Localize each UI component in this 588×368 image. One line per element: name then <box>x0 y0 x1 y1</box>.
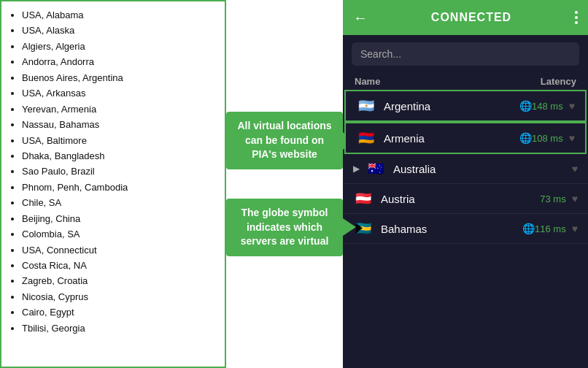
list-item: Algiers, Algeria <box>22 39 216 54</box>
virtual-icon: 🌐 <box>519 132 532 144</box>
flag-icon: 🇦🇲 <box>356 131 376 145</box>
latency-value: 108 ms <box>532 133 563 144</box>
list-item: Cairo, Egypt <box>22 304 216 320</box>
flag-icon: 🇧🇸 <box>353 221 374 236</box>
list-item: USA, Connecticut <box>22 242 216 258</box>
list-item: Buenos Aires, Argentina <box>22 70 216 85</box>
list-item: Yerevan, Armenia <box>22 101 216 117</box>
expand-arrow: ▶ <box>353 164 360 174</box>
list-item: USA, Alabama <box>22 7 216 23</box>
latency-column-header: Latency <box>541 76 576 87</box>
list-item: USA, Alaska <box>22 23 216 38</box>
list-header: Name Latency <box>343 73 588 90</box>
server-item[interactable]: 🇧🇸Bahamas🌐116 ms♥ <box>343 214 588 244</box>
favorite-icon[interactable]: ♥ <box>569 132 575 144</box>
location-list-panel: USA, AlabamaUSA, AlaskaAlgiers, AlgeriaA… <box>0 0 226 368</box>
annotation-virtual-locations: All virtual locations can be found on PI… <box>226 112 343 169</box>
top-bar: ← CONNECTED <box>343 0 588 35</box>
list-item: Colombia, SA <box>22 226 216 242</box>
virtual-icon: 🌐 <box>519 100 532 112</box>
server-name: Bahamas <box>381 223 518 235</box>
annotations-panel: All virtual locations can be found on PI… <box>226 0 343 368</box>
list-item: Sao Paulo, Brazil <box>22 164 216 179</box>
latency-value: 148 ms <box>532 101 563 112</box>
list-item: Andorra, Andorra <box>22 54 216 69</box>
server-item[interactable]: 🇦🇲Armenia🌐108 ms♥ <box>344 122 587 154</box>
latency-value: 73 ms <box>540 193 565 204</box>
server-name: Armenia <box>384 132 515 145</box>
favorite-icon[interactable]: ♥ <box>572 223 578 234</box>
connection-status-title: CONNECTED <box>368 11 575 24</box>
server-name: Argentina <box>384 100 515 112</box>
list-item: Costa Rica, NA <box>22 258 216 273</box>
favorite-icon[interactable]: ♥ <box>569 100 575 112</box>
list-item: USA, Arkansas <box>22 85 216 101</box>
flag-icon: 🇦🇹 <box>353 191 374 206</box>
annotation-globe-symbol: The globe symbol indicates which servers… <box>226 199 343 256</box>
virtual-icon: 🌐 <box>522 223 535 234</box>
list-item: Nicosia, Cyprus <box>22 289 216 304</box>
menu-button[interactable] <box>575 11 578 24</box>
latency-value: 116 ms <box>535 223 566 234</box>
favorite-icon[interactable]: ♥ <box>572 193 578 204</box>
list-item: USA, Baltimore <box>22 133 216 148</box>
back-button[interactable]: ← <box>353 9 368 26</box>
server-item[interactable]: 🇦🇷Argentina🌐148 ms♥ <box>344 90 587 122</box>
server-name: Austria <box>381 193 540 205</box>
list-item: Phnom, Penh, Cambodia <box>22 180 216 195</box>
list-item: Tbilisi, Georgia <box>22 321 216 336</box>
vpn-panel: ← CONNECTED Search... Name Latency 🇦🇷Arg… <box>343 0 588 368</box>
list-item: Chile, SA <box>22 195 216 210</box>
list-item: Zagreb, Croatia <box>22 273 216 288</box>
server-item[interactable]: ▶🇦🇺Australia♥ <box>343 154 588 184</box>
list-item: Beijing, China <box>22 211 216 226</box>
list-item: Nassau, Bahamas <box>22 117 216 132</box>
favorite-icon[interactable]: ♥ <box>572 163 578 175</box>
name-column-header: Name <box>355 76 380 87</box>
list-item: Dhaka, Bangladesh <box>22 148 216 164</box>
search-bar[interactable]: Search... <box>352 42 579 66</box>
flag-icon: 🇦🇷 <box>356 99 376 113</box>
flag-icon: 🇦🇺 <box>365 161 386 176</box>
server-item[interactable]: 🇦🇹Austria73 ms♥ <box>343 184 588 214</box>
location-list: USA, AlabamaUSA, AlaskaAlgiers, AlgeriaA… <box>10 7 216 336</box>
server-name: Australia <box>393 163 572 175</box>
server-list: 🇦🇷Argentina🌐148 ms♥🇦🇲Armenia🌐108 ms♥▶🇦🇺A… <box>343 90 588 368</box>
